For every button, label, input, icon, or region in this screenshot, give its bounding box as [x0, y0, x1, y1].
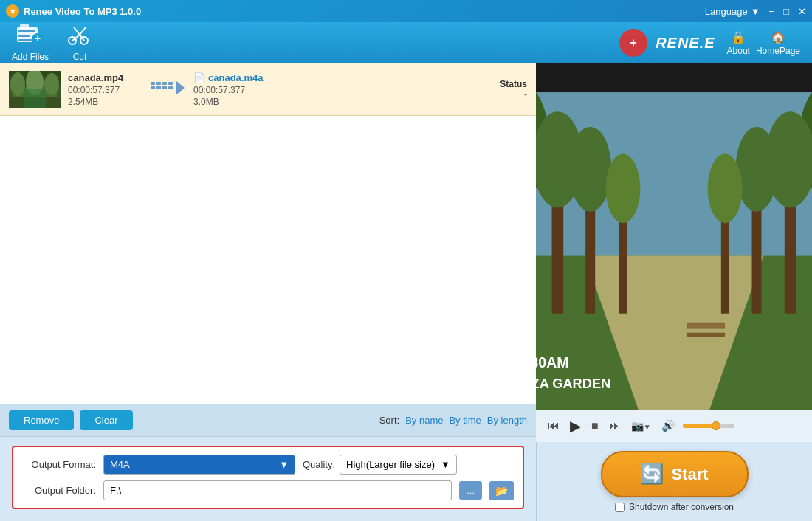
header: + Add Files Cut [0, 22, 812, 63]
add-files-tool[interactable]: + Add Files [12, 24, 49, 62]
header-tools: + Add Files Cut [12, 24, 93, 62]
folder-row: Output Folder: ... 📂 [22, 480, 514, 500]
quality-group: Quality: High(Larger file size) ▼ [303, 455, 457, 475]
titlebar-left: ★ Renee Video To MP3 1.0.0 [6, 4, 141, 18]
play-button[interactable]: ▶ [567, 415, 584, 436]
format-select[interactable]: M4A ▼ [103, 455, 295, 475]
svg-rect-1 [20, 24, 29, 29]
sort-by-name-link[interactable]: By name [405, 415, 443, 426]
language-label: Language [705, 6, 748, 17]
language-arrow-icon: ▼ [751, 6, 760, 17]
svg-rect-26 [168, 82, 173, 85]
add-files-label: Add Files [12, 52, 49, 62]
svg-rect-5 [18, 35, 30, 37]
maximize-button[interactable]: □ [783, 6, 789, 17]
svg-text:+: + [630, 35, 637, 49]
output-filename: 📄 canada.m4a [193, 72, 282, 83]
svg-rect-6 [18, 39, 32, 41]
brand-name: RENE.E [656, 35, 715, 52]
svg-rect-30 [168, 86, 173, 89]
homepage-label: HomePage [756, 46, 800, 56]
svg-rect-52 [687, 323, 725, 329]
settings-area: Output Format: M4A ▼ Quality: High(Large… [0, 436, 536, 521]
close-button[interactable]: ✕ [798, 6, 806, 17]
output-folder-label: Output Folder: [22, 485, 96, 496]
quality-label: Quality: [303, 459, 335, 470]
about-nav-item[interactable]: 🔒 About [727, 30, 750, 56]
svg-rect-25 [162, 82, 167, 85]
volume-icon: 🔊 [661, 419, 675, 432]
start-button[interactable]: 🔄 Start [601, 451, 749, 497]
svg-point-41 [569, 127, 611, 212]
convert-arrow-icon [149, 77, 186, 103]
svg-text:NIZZA GARDEN: NIZZA GARDEN [536, 376, 610, 391]
svg-text:11:30AM: 11:30AM [536, 354, 569, 370]
svg-point-49 [606, 153, 641, 223]
shutdown-checkbox[interactable] [615, 503, 625, 512]
settings-box: Output Format: M4A ▼ Quality: High(Large… [12, 446, 524, 509]
skip-forward-button[interactable]: ⏭ [606, 418, 624, 434]
output-format-label: Output Format: [22, 459, 96, 470]
header-nav: 🔒 About 🏠 HomePage [727, 30, 800, 56]
cut-label: Cut [73, 52, 87, 62]
header-right: + RENE.E 🔒 About 🏠 HomePage [611, 24, 800, 61]
video-preview: 11:30AM NIZZA GARDEN [536, 63, 812, 410]
output-duration: 00:00:57.377 [193, 85, 282, 95]
start-area: 🔄 Start Shutdown after conversion [536, 442, 812, 521]
svg-line-11 [74, 27, 80, 35]
app-title: Renee Video To MP3 1.0.0 [24, 6, 141, 17]
main-area: canada.mp4 00:00:57.377 2.54MB [0, 63, 812, 521]
bottom-bar: Remove Clear Sort: By name By time By le… [0, 404, 536, 436]
svg-line-12 [80, 27, 86, 35]
file-info: canada.mp4 00:00:57.377 2.54MB [68, 72, 142, 107]
add-files-icon: + [17, 24, 44, 50]
volume-bar[interactable] [683, 424, 734, 428]
svg-rect-29 [162, 86, 167, 89]
start-label: Start [671, 465, 708, 484]
stop-button[interactable]: ■ [588, 418, 602, 434]
homepage-icon: 🏠 [771, 30, 785, 44]
output-info: 📄 canada.m4a 00:00:57.377 3.0MB [193, 72, 282, 107]
brand-logo: + [611, 24, 656, 61]
input-size: 2.54MB [68, 97, 142, 107]
format-dropdown-icon: ▼ [279, 459, 289, 470]
table-row[interactable]: canada.mp4 00:00:57.377 2.54MB [0, 63, 536, 116]
browse-button[interactable]: ... [459, 481, 482, 500]
skip-back-button[interactable]: ⏮ [545, 418, 562, 434]
shutdown-row: Shutdown after conversion [615, 502, 734, 512]
file-thumbnail [9, 71, 61, 108]
cut-tool[interactable]: Cut [66, 24, 93, 62]
status-col: Status - [500, 79, 527, 100]
open-folder-icon: 📂 [495, 485, 508, 497]
sort-by-length-link[interactable]: By length [487, 415, 527, 426]
svg-point-47 [735, 127, 777, 212]
minimize-button[interactable]: − [769, 6, 775, 17]
quality-select[interactable]: High(Larger file size) ▼ [340, 455, 457, 475]
status-badge: - [500, 89, 527, 100]
status-label: Status [500, 79, 527, 89]
clear-button[interactable]: Clear [80, 410, 132, 430]
sort-label: Sort: [379, 415, 399, 426]
open-folder-button[interactable]: 📂 [489, 481, 514, 500]
sort-by-time-link[interactable]: By time [449, 415, 481, 426]
screenshot-button[interactable]: 📷▼ [628, 418, 654, 433]
right-panel: 11:30AM NIZZA GARDEN ⏮ ▶ ■ ⏭ 📷▼ 🔊 🔄 Star… [536, 63, 812, 521]
svg-rect-27 [151, 86, 155, 89]
language-button[interactable]: Language ▼ [705, 6, 760, 17]
input-filename: canada.mp4 [68, 72, 142, 83]
shutdown-label: Shutdown after conversion [629, 502, 734, 512]
file-list: canada.mp4 00:00:57.377 2.54MB [0, 63, 536, 404]
svg-rect-22 [24, 89, 46, 108]
svg-rect-53 [687, 333, 725, 337]
input-duration: 00:00:57.377 [68, 85, 142, 95]
player-controls: ⏮ ▶ ■ ⏭ 📷▼ 🔊 [536, 410, 812, 442]
folder-input[interactable] [103, 480, 452, 500]
svg-text:+: + [35, 32, 41, 44]
homepage-nav-item[interactable]: 🏠 HomePage [756, 30, 800, 56]
output-size: 3.0MB [193, 97, 282, 107]
remove-button[interactable]: Remove [9, 410, 74, 430]
volume-knob[interactable] [712, 421, 720, 430]
about-icon: 🔒 [731, 30, 746, 44]
svg-rect-4 [18, 30, 35, 32]
format-row: Output Format: M4A ▼ Quality: High(Large… [22, 455, 514, 475]
